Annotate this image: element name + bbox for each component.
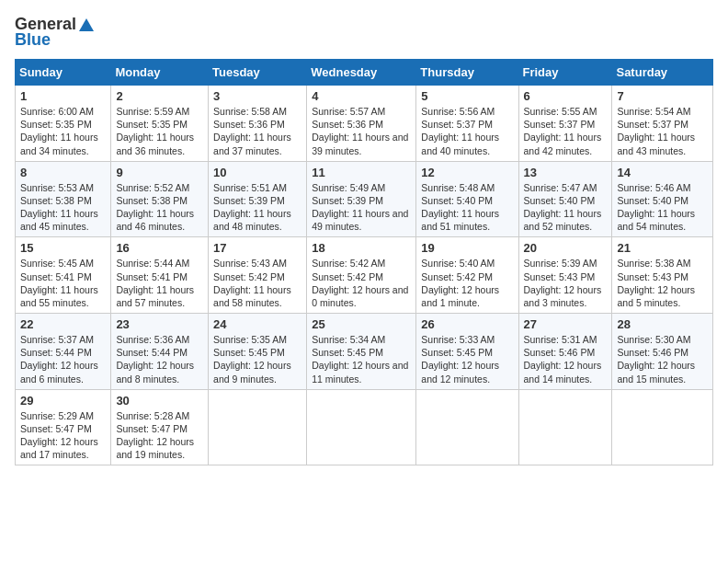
day-info: Sunrise: 5:31 AM Sunset: 5:46 PM Dayligh… <box>524 333 608 385</box>
day-number: 19 <box>421 241 513 255</box>
weekday-header-sunday: Sunday <box>16 60 111 86</box>
calendar-cell: 4 Sunrise: 5:57 AM Sunset: 5:36 PM Dayli… <box>307 86 416 162</box>
day-number: 17 <box>213 241 301 255</box>
day-number: 26 <box>421 317 513 331</box>
day-number: 16 <box>116 241 203 255</box>
calendar-cell: 30 Sunrise: 5:28 AM Sunset: 5:47 PM Dayl… <box>111 389 209 465</box>
day-info: Sunrise: 5:39 AM Sunset: 5:43 PM Dayligh… <box>524 257 608 309</box>
day-info: Sunrise: 5:55 AM Sunset: 5:37 PM Dayligh… <box>524 105 608 157</box>
calendar-cell: 26 Sunrise: 5:33 AM Sunset: 5:45 PM Dayl… <box>416 314 518 390</box>
calendar-cell <box>612 389 713 465</box>
day-info: Sunrise: 5:44 AM Sunset: 5:41 PM Dayligh… <box>116 257 203 309</box>
day-number: 13 <box>524 166 608 179</box>
calendar-cell: 18 Sunrise: 5:42 AM Sunset: 5:42 PM Dayl… <box>307 237 416 314</box>
calendar-cell: 15 Sunrise: 5:45 AM Sunset: 5:41 PM Dayl… <box>16 237 111 314</box>
day-number: 5 <box>421 89 513 103</box>
day-number: 7 <box>617 89 708 103</box>
day-info: Sunrise: 5:49 AM Sunset: 5:39 PM Dayligh… <box>312 181 411 234</box>
day-info: Sunrise: 5:38 AM Sunset: 5:43 PM Dayligh… <box>617 257 708 309</box>
logo-icon <box>78 17 95 33</box>
day-number: 20 <box>524 241 608 255</box>
day-number: 3 <box>213 89 301 103</box>
calendar-cell: 29 Sunrise: 5:29 AM Sunset: 5:47 PM Dayl… <box>16 389 111 465</box>
day-number: 6 <box>524 89 608 103</box>
calendar-cell: 5 Sunrise: 5:56 AM Sunset: 5:37 PM Dayli… <box>416 86 518 162</box>
calendar-cell: 6 Sunrise: 5:55 AM Sunset: 5:37 PM Dayli… <box>518 86 612 162</box>
day-info: Sunrise: 5:42 AM Sunset: 5:42 PM Dayligh… <box>312 257 411 309</box>
calendar-cell: 21 Sunrise: 5:38 AM Sunset: 5:43 PM Dayl… <box>612 237 713 314</box>
day-info: Sunrise: 5:29 AM Sunset: 5:47 PM Dayligh… <box>20 409 106 462</box>
calendar-cell: 16 Sunrise: 5:44 AM Sunset: 5:41 PM Dayl… <box>111 237 209 314</box>
calendar-cell: 11 Sunrise: 5:49 AM Sunset: 5:39 PM Dayl… <box>307 161 416 237</box>
day-number: 12 <box>421 166 513 179</box>
calendar-table: SundayMondayTuesdayWednesdayThursdayFrid… <box>15 59 713 465</box>
calendar-cell: 9 Sunrise: 5:52 AM Sunset: 5:38 PM Dayli… <box>111 161 209 237</box>
day-info: Sunrise: 5:51 AM Sunset: 5:39 PM Dayligh… <box>213 181 301 234</box>
day-number: 23 <box>116 317 203 331</box>
day-info: Sunrise: 5:53 AM Sunset: 5:38 PM Dayligh… <box>20 181 106 234</box>
day-number: 2 <box>116 89 203 103</box>
day-number: 25 <box>312 317 411 331</box>
day-number: 27 <box>524 317 608 331</box>
logo: General Blue <box>15 15 95 50</box>
logo-blue-text: Blue <box>15 30 51 50</box>
weekday-header-saturday: Saturday <box>612 60 713 86</box>
day-info: Sunrise: 5:33 AM Sunset: 5:45 PM Dayligh… <box>421 333 513 385</box>
calendar-cell: 17 Sunrise: 5:43 AM Sunset: 5:42 PM Dayl… <box>209 237 307 314</box>
day-info: Sunrise: 5:59 AM Sunset: 5:35 PM Dayligh… <box>116 105 203 157</box>
calendar-cell: 12 Sunrise: 5:48 AM Sunset: 5:40 PM Dayl… <box>416 161 518 237</box>
calendar-cell: 27 Sunrise: 5:31 AM Sunset: 5:46 PM Dayl… <box>518 314 612 390</box>
weekday-header-tuesday: Tuesday <box>209 60 307 86</box>
day-number: 28 <box>617 317 708 331</box>
day-info: Sunrise: 5:52 AM Sunset: 5:38 PM Dayligh… <box>116 181 203 234</box>
day-number: 11 <box>312 166 411 179</box>
day-number: 15 <box>20 241 106 255</box>
calendar-cell: 24 Sunrise: 5:35 AM Sunset: 5:45 PM Dayl… <box>209 314 307 390</box>
calendar-cell: 8 Sunrise: 5:53 AM Sunset: 5:38 PM Dayli… <box>16 161 111 237</box>
day-info: Sunrise: 5:46 AM Sunset: 5:40 PM Dayligh… <box>617 181 708 234</box>
calendar-cell: 23 Sunrise: 5:36 AM Sunset: 5:44 PM Dayl… <box>111 314 209 390</box>
day-info: Sunrise: 5:45 AM Sunset: 5:41 PM Dayligh… <box>20 257 106 309</box>
day-number: 14 <box>617 166 708 179</box>
page-header: General Blue <box>15 15 713 50</box>
day-info: Sunrise: 5:47 AM Sunset: 5:40 PM Dayligh… <box>524 181 608 234</box>
weekday-header-wednesday: Wednesday <box>307 60 416 86</box>
weekday-header-thursday: Thursday <box>416 60 518 86</box>
day-info: Sunrise: 5:36 AM Sunset: 5:44 PM Dayligh… <box>116 333 203 385</box>
day-info: Sunrise: 5:30 AM Sunset: 5:46 PM Dayligh… <box>617 333 708 385</box>
calendar-cell <box>307 389 416 465</box>
svg-marker-0 <box>79 18 94 31</box>
day-info: Sunrise: 5:40 AM Sunset: 5:42 PM Dayligh… <box>421 257 513 309</box>
calendar-cell: 2 Sunrise: 5:59 AM Sunset: 5:35 PM Dayli… <box>111 86 209 162</box>
calendar-cell: 20 Sunrise: 5:39 AM Sunset: 5:43 PM Dayl… <box>518 237 612 314</box>
day-number: 18 <box>312 241 411 255</box>
calendar-cell: 13 Sunrise: 5:47 AM Sunset: 5:40 PM Dayl… <box>518 161 612 237</box>
day-info: Sunrise: 5:37 AM Sunset: 5:44 PM Dayligh… <box>20 333 106 385</box>
calendar-cell: 19 Sunrise: 5:40 AM Sunset: 5:42 PM Dayl… <box>416 237 518 314</box>
day-info: Sunrise: 5:34 AM Sunset: 5:45 PM Dayligh… <box>312 333 411 385</box>
day-number: 4 <box>312 89 411 103</box>
calendar-cell: 10 Sunrise: 5:51 AM Sunset: 5:39 PM Dayl… <box>209 161 307 237</box>
day-info: Sunrise: 5:48 AM Sunset: 5:40 PM Dayligh… <box>421 181 513 234</box>
day-info: Sunrise: 5:35 AM Sunset: 5:45 PM Dayligh… <box>213 333 301 385</box>
calendar-cell: 3 Sunrise: 5:58 AM Sunset: 5:36 PM Dayli… <box>209 86 307 162</box>
day-info: Sunrise: 5:57 AM Sunset: 5:36 PM Dayligh… <box>312 105 411 157</box>
day-number: 30 <box>116 394 203 408</box>
day-number: 24 <box>213 317 301 331</box>
day-number: 29 <box>20 394 106 408</box>
day-number: 21 <box>617 241 708 255</box>
calendar-cell: 14 Sunrise: 5:46 AM Sunset: 5:40 PM Dayl… <box>612 161 713 237</box>
calendar-cell: 22 Sunrise: 5:37 AM Sunset: 5:44 PM Dayl… <box>16 314 111 390</box>
day-info: Sunrise: 5:56 AM Sunset: 5:37 PM Dayligh… <box>421 105 513 157</box>
day-number: 10 <box>213 166 301 179</box>
day-info: Sunrise: 5:28 AM Sunset: 5:47 PM Dayligh… <box>116 409 203 462</box>
weekday-header-friday: Friday <box>518 60 612 86</box>
day-number: 1 <box>20 89 106 103</box>
day-number: 22 <box>20 317 106 331</box>
day-number: 9 <box>116 166 203 179</box>
day-info: Sunrise: 5:54 AM Sunset: 5:37 PM Dayligh… <box>617 105 708 157</box>
day-info: Sunrise: 5:43 AM Sunset: 5:42 PM Dayligh… <box>213 257 301 309</box>
calendar-cell: 7 Sunrise: 5:54 AM Sunset: 5:37 PM Dayli… <box>612 86 713 162</box>
calendar-cell: 25 Sunrise: 5:34 AM Sunset: 5:45 PM Dayl… <box>307 314 416 390</box>
day-number: 8 <box>20 166 106 179</box>
